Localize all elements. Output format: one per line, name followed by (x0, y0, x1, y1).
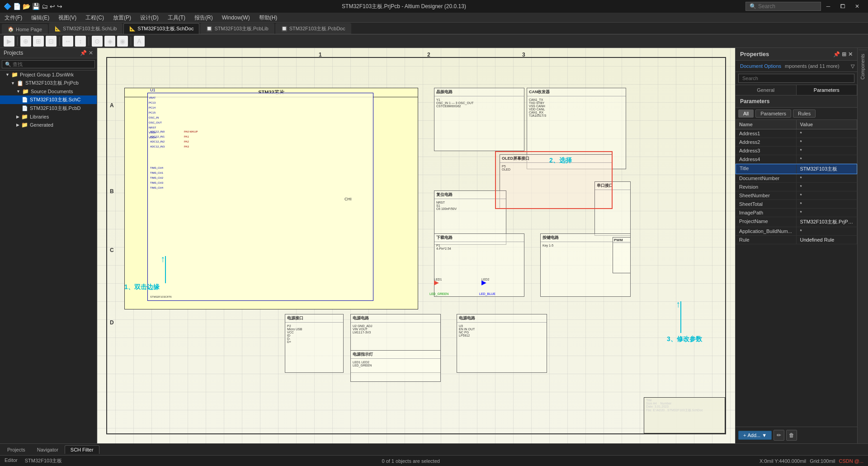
parameters-filter-btn[interactable]: Parameters (755, 109, 791, 118)
open-icon[interactable]: 📂 (23, 3, 30, 10)
timer-labels: TIM3_CH4TIM3_CH1TIM3_CH2TIM3_CH3TIM3_CH4 (150, 166, 163, 190)
power-cir2-block: 电源电路 U3EN IN OUTNC PGLP5912 (457, 314, 547, 373)
menu-reports[interactable]: 报告(R) (190, 13, 217, 23)
menu-place[interactable]: 放置(P) (108, 13, 136, 23)
tree-item-generated[interactable]: ▶ 📁 Generated (0, 121, 97, 129)
menu-bar: 文件(F) 编辑(E) 视图(V) 工程(C) 放置(P) 设计(D) 工具(T… (0, 13, 868, 23)
panel-search-input[interactable] (2, 60, 95, 68)
schematic-area: 1 2 3 A B C D STM32芯片 U1 VBATPC13PC14PC1… (97, 48, 735, 443)
param-row-sheetnum[interactable]: SheetNumber * (736, 191, 857, 200)
toolbar-btn-5[interactable]: ↔ (62, 36, 73, 47)
close-panel-icon[interactable]: ✕ (848, 51, 853, 57)
param-row-sheettotal[interactable]: SheetTotal * (736, 200, 857, 209)
menu-window[interactable]: Window(W) (217, 13, 255, 23)
tree-item-pcbd[interactable]: 📄 STM32F103主板.PcbD (0, 104, 97, 113)
tab-schlib[interactable]: 📐 STM32F103主板.SchLib (49, 23, 123, 34)
menu-file[interactable]: 文件(F) (0, 13, 27, 23)
all-btn[interactable]: All (738, 109, 754, 118)
tree-label-schc: STM32F103主板.SchC (30, 96, 80, 103)
param-name-rule: Rule (736, 236, 797, 244)
crystal-title: 晶振电路 (434, 88, 524, 96)
delete-param-btn[interactable]: 🗑 (786, 430, 797, 441)
pin-icon[interactable]: 📌 (80, 50, 87, 56)
filter-icon[interactable]: ▽ (851, 63, 854, 69)
menu-edit[interactable]: 编辑(E) (27, 13, 54, 23)
toolbar-btn-9[interactable]: ◉ (117, 36, 128, 47)
maximize-icon[interactable]: ⊞ (842, 51, 846, 57)
title-search-area[interactable]: 🔍 (745, 2, 821, 11)
undo-icon[interactable]: ↩ (50, 3, 55, 10)
restore-button[interactable]: ⧠ (835, 0, 850, 13)
menu-tools[interactable]: 工具(T) (163, 13, 190, 23)
param-row-address2[interactable]: Address2 * (736, 138, 857, 147)
toolbar-btn-1[interactable]: ▶ (4, 36, 14, 47)
main-area: Projects 📌 ✕ ▼ 📁 Project Group 1.DsnWrk … (0, 48, 868, 443)
doc-more-label[interactable]: mponents (and 11 more) (785, 63, 839, 69)
tree-item-source-docs[interactable]: ▼ 📁 Source Documents (0, 87, 97, 95)
param-row-address4[interactable]: Address4 * (736, 155, 857, 164)
panel-close-icon[interactable]: ✕ (89, 50, 93, 56)
prop-search-input[interactable] (738, 74, 854, 83)
param-row-revision[interactable]: Revision * (736, 183, 857, 191)
folder-icon: 📁 (11, 71, 18, 78)
toolbar-btn-2[interactable]: ⊕ (20, 36, 31, 47)
toolbar-btn-7[interactable]: ⊙ (92, 36, 103, 47)
parameters-tab[interactable]: Parameters (797, 85, 858, 95)
doc-options-tab[interactable]: Document Options (738, 62, 783, 70)
edit-param-btn[interactable]: ✏ (774, 430, 784, 441)
tree-item-project-group[interactable]: ▼ 📁 Project Group 1.DsnWrk (0, 71, 97, 79)
menu-view[interactable]: 视图(V) (54, 13, 81, 23)
coords-display: X:0mil Y:4400.000mil (760, 458, 806, 464)
bottom-tab-navigator[interactable]: Navigator (32, 446, 64, 454)
tab-pcbdoc[interactable]: 🔲 STM32F103主板.PcbDoc (275, 23, 351, 34)
minimize-button[interactable]: ─ (821, 0, 835, 13)
param-row-title[interactable]: Title STM32F103主板 (736, 164, 857, 174)
file-icon-2: 📄 (22, 105, 28, 111)
tab-home[interactable]: 🏠 Home Page (2, 24, 48, 34)
power-conn-block: 电源接口 P2Micro USBVCCIDD-D+ (285, 314, 344, 373)
toolbar-btn-4[interactable]: ⊡ (46, 36, 57, 47)
tab-pcblib[interactable]: 🔲 STM32F103主板.PcbLib (200, 23, 274, 34)
tree-item-libraries[interactable]: ▶ 📁 Libraries (0, 113, 97, 121)
pin-icon-2[interactable]: 📌 (833, 51, 840, 57)
crystal-block: 晶振电路 Y1 OSC_IN 1 --- 3 OSC_OUT CSTCE8M00… (434, 88, 524, 151)
general-tab[interactable]: General (736, 85, 797, 95)
toolbar-btn-6[interactable]: ↕ (75, 36, 86, 47)
arrow-line-3 (680, 301, 681, 333)
param-row-projname[interactable]: ProjectName STM32F103主板.PrjPcb (736, 217, 857, 227)
led1-symbol: ▶ (434, 279, 439, 286)
vtab-components[interactable]: Components (859, 50, 867, 83)
title-search-input[interactable] (758, 3, 817, 10)
toolbar-btn-text[interactable]: A (134, 36, 145, 47)
tree-item-schc[interactable]: 📄 STM32F103主板.SchC (0, 95, 97, 104)
param-row-docnum[interactable]: DocumentNumber * (736, 174, 857, 183)
add-button[interactable]: + Add... ▼ (738, 431, 772, 440)
properties-panel-icons: 📌 ⊞ ✕ (833, 51, 853, 57)
file-icon: 📄 (22, 97, 28, 103)
toolbar-btn-3[interactable]: ⊞ (33, 36, 44, 47)
tab-schdoc[interactable]: 📐 STM32F103主板.SchDoc (123, 23, 199, 34)
param-section-label: Parameters (736, 95, 857, 108)
param-row-imagepath[interactable]: ImagePath * (736, 209, 857, 217)
tree-item-prjpcb[interactable]: ▼ 📋 STM32F103主板.PrjPcb (0, 79, 97, 87)
param-row-appbuild[interactable]: Application_BuildNum... * (736, 227, 857, 236)
menu-design[interactable]: 设计(D) (136, 13, 163, 23)
param-row-rule[interactable]: Rule Undefined Rule (736, 236, 857, 244)
close-button[interactable]: ✕ (850, 0, 864, 13)
new-icon[interactable]: 📄 (13, 3, 21, 10)
param-row-address1[interactable]: Address1 * (736, 129, 857, 138)
rules-btn[interactable]: Rules (793, 109, 816, 118)
param-row-address3[interactable]: Address3 * (736, 147, 857, 155)
schematic-canvas[interactable]: 1 2 3 A B C D STM32芯片 U1 VBATPC13PC14PC1… (97, 48, 735, 443)
bottom-tab-projects[interactable]: Projects (2, 446, 31, 454)
sheet-name-label: STM32F103主板 (25, 457, 62, 464)
menu-help[interactable]: 帮助(H) (255, 13, 282, 23)
toolbar-btn-8[interactable]: ◈ (104, 36, 115, 47)
param-value-sheetnum: * (797, 191, 858, 200)
save-icon[interactable]: 💾 (32, 3, 40, 10)
power-cir2-title: 电源电路 (457, 314, 547, 323)
redo-icon[interactable]: ↪ (57, 3, 62, 10)
save-all-icon[interactable]: 🗂 (42, 3, 48, 10)
menu-project[interactable]: 工程(C) (81, 13, 108, 23)
bottom-tab-sch-filter[interactable]: SCH Filter (65, 445, 99, 454)
